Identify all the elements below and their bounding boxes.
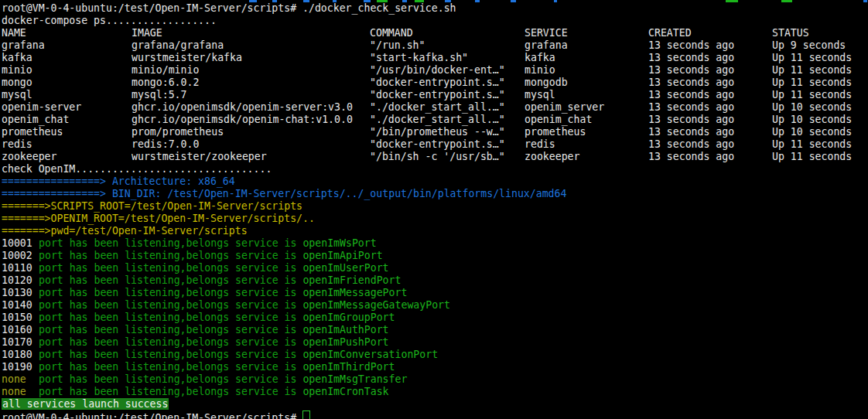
ps-table-row: zookeeperwurstmeister/zookeeper"/bin/sh …	[2, 151, 868, 163]
port-check-message: port has been listening,belongs service …	[39, 336, 302, 348]
scripts-root-line: =======>SCRIPTS_ROOT=/test/Open-IM-Serve…	[2, 200, 868, 213]
port-check-message: port has been listening,belongs service …	[39, 262, 302, 274]
ps-cell-command: "docker-entrypoint.s…"	[370, 89, 525, 101]
ps-cell-image: grafana/grafana	[132, 39, 370, 52]
ps-cell-created: 13 seconds ago	[648, 39, 772, 52]
ps-cell-name: kafka	[2, 52, 132, 64]
ps-cell-service: openim_server	[525, 101, 648, 114]
ps-cell-created: 13 seconds ago	[648, 52, 772, 64]
port-check-message: port has been listening,belongs service …	[39, 287, 302, 298]
ps-cell-created: 13 seconds ago	[648, 126, 772, 138]
ps-header-status: STATUS	[772, 27, 868, 39]
port-number: none	[2, 373, 39, 386]
ps-cell-service: redis	[525, 138, 648, 151]
port-number: 10160	[2, 324, 39, 336]
port-number: 10170	[2, 336, 39, 349]
ps-header-command: COMMAND	[370, 27, 525, 39]
ps-cell-service: grafana	[525, 39, 648, 52]
ps-table-row: redisredis:7.0.0"docker-entrypoint.s…"re…	[2, 138, 868, 151]
ps-cell-service: kafka	[525, 52, 648, 64]
ps-cell-command: "/usr/bin/docker-ent…"	[370, 64, 525, 77]
port-check-message: port has been listening,belongs service …	[39, 274, 302, 286]
ps-header-name: NAME	[2, 27, 132, 39]
port-check-message: port has been listening,belongs service …	[39, 237, 302, 249]
ps-cell-status: Up 10 seconds	[772, 114, 868, 126]
openim-root-line: =======>OPENIM_ROOT=/test/Open-IM-Server…	[2, 213, 868, 225]
ps-cell-status: Up 11 seconds	[772, 138, 868, 151]
ps-cell-command: "docker-entrypoint.s…"	[370, 138, 525, 151]
ps-table-row: openim_chatghcr.io/openimsdk/openim-chat…	[2, 114, 868, 126]
port-service-name: openImAuthPort	[302, 324, 388, 336]
ps-cell-command: "./docker_start_all.…"	[370, 101, 525, 114]
ps-cell-image: minio/minio	[132, 64, 370, 77]
ps-cell-service: openim_chat	[525, 114, 648, 126]
ps-cell-status: Up 9 seconds	[772, 39, 868, 52]
ps-cell-service: minio	[525, 64, 648, 77]
ps-cell-created: 13 seconds ago	[648, 114, 772, 126]
port-check-message: port has been listening,belongs service …	[39, 324, 302, 336]
ps-cell-created: 13 seconds ago	[648, 151, 772, 163]
ps-cell-image: mysql:5.7	[132, 89, 370, 101]
port-number: 10001	[2, 237, 39, 250]
port-check-row: 10120port has been listening,belongs ser…	[2, 274, 868, 287]
ps-cell-name: mongo	[2, 77, 132, 89]
shell-prompt-2: root@VM-0-4-ubuntu:/test/Open-IM-Server/…	[2, 412, 302, 419]
ps-cell-name: openim_chat	[2, 114, 132, 126]
port-number: 10140	[2, 299, 39, 312]
port-check-row: 10190port has been listening,belongs ser…	[2, 361, 868, 373]
ps-table-row: mysqlmysql:5.7"docker-entrypoint.s…"mysq…	[2, 89, 868, 101]
ps-cell-status: Up 11 seconds	[772, 89, 868, 101]
ps-header-service: SERVICE	[525, 27, 648, 39]
port-check-row: 10140port has been listening,belongs ser…	[2, 299, 868, 312]
ps-cell-image: mongo:6.0.2	[132, 77, 370, 89]
ps-cell-service: mysql	[525, 89, 648, 101]
ps-cell-status: Up 10 seconds	[772, 101, 868, 114]
ps-table-row: prometheusprom/prometheus"/bin/prometheu…	[2, 126, 868, 138]
ps-cell-image: redis:7.0.0	[132, 138, 370, 151]
port-number: 10002	[2, 250, 39, 262]
ps-table-row: openim-serverghcr.io/openimsdk/openim-se…	[2, 101, 868, 114]
ps-cell-name: grafana	[2, 39, 132, 52]
port-check-row: 10002port has been listening,belongs ser…	[2, 250, 868, 262]
ps-cell-command: "/bin/prometheus --w…"	[370, 126, 525, 138]
terminal-screen: root@VM-0-4-ubuntu:/test/Open-IM-Server/…	[2, 2, 868, 419]
port-number: 10180	[2, 349, 39, 361]
port-check-message: port has been listening,belongs service …	[39, 312, 302, 323]
ps-table-body: grafanagrafana/grafana"/run.sh"grafana13…	[2, 39, 868, 163]
shell-prompt-line: root@VM-0-4-ubuntu:/test/Open-IM-Server/…	[2, 2, 868, 15]
ps-cell-image: wurstmeister/zookeeper	[132, 151, 370, 163]
port-number: none	[2, 386, 39, 398]
shell-prompt: root@VM-0-4-ubuntu:/test/Open-IM-Server/…	[2, 2, 302, 14]
ps-table-row: grafanagrafana/grafana"/run.sh"grafana13…	[2, 39, 868, 52]
ps-cell-command: "./docker_start_all.…"	[370, 114, 525, 126]
port-check-row: 10110port has been listening,belongs ser…	[2, 262, 868, 274]
success-message: all services launch success	[2, 398, 169, 410]
ps-cell-name: openim-server	[2, 101, 132, 114]
port-check-row: noneport has been listening,belongs serv…	[2, 373, 868, 386]
ps-cell-status: Up 10 seconds	[772, 126, 868, 138]
port-service-name: openImUserPort	[302, 262, 388, 274]
port-service-name: openImWsPort	[302, 237, 376, 249]
ps-cell-command: "docker-entrypoint.s…"	[370, 77, 525, 89]
ps-cell-service: mongodb	[525, 77, 648, 89]
shell-command: ./docker_check_service.sh	[302, 2, 456, 14]
port-number: 10190	[2, 361, 39, 373]
architecture-line: ================> Architecture: x86_64	[2, 175, 868, 188]
ps-cell-created: 13 seconds ago	[648, 64, 772, 77]
success-line: all services launch success	[2, 398, 868, 410]
port-check-row: 10180port has been listening,belongs ser…	[2, 349, 868, 361]
ps-header-image: IMAGE	[132, 27, 370, 39]
port-check-row: 10150port has been listening,belongs ser…	[2, 312, 868, 324]
port-number: 10150	[2, 312, 39, 324]
terminal-window[interactable]: root@VM-0-4-ubuntu:/test/Open-IM-Server/…	[0, 0, 868, 419]
ps-cell-name: zookeeper	[2, 151, 132, 163]
ps-cell-command: "/bin/sh -c '/usr/sb…"	[370, 151, 525, 163]
port-check-row: 10001port has been listening,belongs ser…	[2, 237, 868, 250]
ps-cell-command: "start-kafka.sh"	[370, 52, 525, 64]
ps-header-created: CREATED	[648, 27, 772, 39]
port-service-name: openImMsgTransfer	[302, 373, 407, 385]
ps-cell-image: ghcr.io/openimsdk/openim-chat:v1.0.0	[132, 114, 370, 126]
port-check-row: noneport has been listening,belongs serv…	[2, 386, 868, 398]
port-service-name: openImFriendPort	[302, 274, 401, 286]
ps-cell-status: Up 11 seconds	[772, 52, 868, 64]
